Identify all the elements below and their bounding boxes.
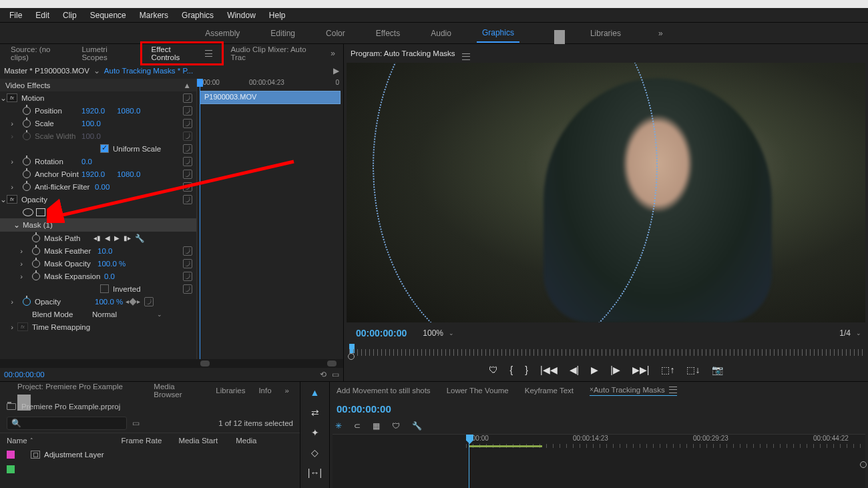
add-keyframe-icon[interactable] xyxy=(130,298,137,305)
toggle-icon[interactable]: ⟲ xyxy=(320,370,327,379)
menu-clip[interactable]: Clip xyxy=(56,11,83,20)
mask-opacity-value[interactable]: 100.0 % xyxy=(97,260,126,268)
slip-tool-icon[interactable]: |↔| xyxy=(308,467,322,478)
step-forward-icon[interactable]: |▶ xyxy=(610,364,620,375)
reset-icon[interactable] xyxy=(183,106,192,115)
next-keyframe-icon[interactable]: ▸ xyxy=(137,298,140,305)
sequence-menu-icon[interactable] xyxy=(669,387,677,393)
go-to-in-icon[interactable]: |◀◀ xyxy=(540,364,558,375)
reset-icon[interactable] xyxy=(183,144,192,154)
stopwatch-icon[interactable] xyxy=(32,260,40,268)
reset-icon[interactable] xyxy=(183,284,192,294)
track-backward-icon[interactable]: ◀ xyxy=(105,234,110,242)
timeline-timecode[interactable]: 00:00:00:00 xyxy=(337,403,391,415)
pen-mask-icon[interactable]: ✎ xyxy=(48,207,56,218)
reset-icon[interactable] xyxy=(183,170,192,179)
mask-item[interactable]: ⌄ Mask (1) xyxy=(0,218,196,232)
sequence-tab-lower-volume[interactable]: Lower The Voume xyxy=(447,387,509,395)
lift-icon[interactable]: ⬚↑ xyxy=(661,364,674,375)
fx-badge-icon[interactable]: fx xyxy=(7,195,17,204)
rectangle-mask-icon[interactable] xyxy=(36,208,45,216)
menu-edit[interactable]: Edit xyxy=(29,11,56,20)
stopwatch-icon[interactable] xyxy=(32,272,40,280)
stopwatch-icon[interactable] xyxy=(23,107,31,115)
label-swatch[interactable] xyxy=(7,451,15,459)
ripple-edit-tool-icon[interactable]: ✦ xyxy=(311,427,319,438)
tab-info[interactable]: Info xyxy=(252,384,278,397)
opacity-value[interactable]: 100.0 % xyxy=(95,298,123,306)
menu-graphics[interactable]: Graphics xyxy=(175,11,220,20)
settings-wrench-icon[interactable]: 🔧 xyxy=(412,421,422,431)
tab-media-browser[interactable]: Media Browser xyxy=(147,380,209,401)
menu-sequence[interactable]: Sequence xyxy=(83,11,133,20)
sequence-link[interactable]: Auto Tracking Masks * P... xyxy=(104,67,193,75)
play-only-icon[interactable]: ▶ xyxy=(333,66,339,75)
menu-file[interactable]: File xyxy=(3,11,29,20)
tracking-method-icon[interactable]: 🔧 xyxy=(135,234,144,243)
mark-out-icon[interactable]: } xyxy=(525,364,528,375)
scale-value[interactable]: 100.0 xyxy=(81,119,101,128)
reset-icon[interactable] xyxy=(183,246,192,256)
position-y-value[interactable]: 1080.0 xyxy=(117,107,140,115)
label-swatch[interactable] xyxy=(7,465,15,473)
extract-icon[interactable]: ⬚↓ xyxy=(686,364,700,375)
scrollbar-thumb[interactable] xyxy=(200,360,210,367)
play-icon[interactable]: ▶ xyxy=(591,364,598,375)
effect-current-timecode[interactable]: 00:00:00:00 xyxy=(4,371,45,379)
insert-overwrite-icon[interactable]: ▦ xyxy=(373,421,380,431)
stopwatch-icon[interactable] xyxy=(32,247,40,255)
reset-icon[interactable] xyxy=(183,182,192,192)
workspace-overflow-icon[interactable]: » xyxy=(653,25,668,42)
reset-icon[interactable] xyxy=(144,297,154,306)
project-row-adjustment-layer[interactable]: Adjustment Layer xyxy=(0,447,300,462)
chevron-down-icon[interactable]: ⌄ xyxy=(93,66,100,75)
timeline-body[interactable]: :00:00 00:00:14:23 00:00:29:23 00:00:44:… xyxy=(333,434,865,488)
sequence-tab-keyframe-text[interactable]: Keyframe Text xyxy=(525,387,574,395)
header-media-start[interactable]: Media Start xyxy=(178,437,236,445)
effect-opacity[interactable]: ⌄fx Opacity xyxy=(0,193,196,206)
project-overflow-icon[interactable]: » xyxy=(278,384,296,397)
program-timecode[interactable]: 00:00:00:00 xyxy=(356,328,407,338)
stopwatch-icon[interactable] xyxy=(23,170,31,178)
program-monitor[interactable] xyxy=(347,63,865,322)
step-back-icon[interactable]: ◀| xyxy=(570,364,580,375)
tab-libraries[interactable]: Libraries xyxy=(209,384,252,397)
effect-timeline-ruler[interactable]: :00:00 00:00:04:23 0 xyxy=(197,79,343,91)
stopwatch-icon[interactable] xyxy=(23,183,31,191)
menu-window[interactable]: Window xyxy=(220,11,262,20)
workspace-effects[interactable]: Effects xyxy=(371,25,405,42)
effect-timeline-clip[interactable]: P1900003.MOV xyxy=(200,91,341,104)
chevron-down-icon[interactable]: ⌄ xyxy=(157,311,162,318)
effect-scroll-horizontal[interactable] xyxy=(0,359,343,368)
stopwatch-icon[interactable] xyxy=(23,119,31,128)
collapse-icon[interactable]: ▲ xyxy=(184,81,191,89)
program-scrubber[interactable] xyxy=(347,344,865,358)
workspace-graphics[interactable]: Graphics xyxy=(477,24,519,43)
snap-icon[interactable]: ✳ xyxy=(335,421,342,431)
fx-badge-icon[interactable]: fx xyxy=(7,93,17,102)
sequence-tab-auto-tracking[interactable]: × Auto Tracking Masks xyxy=(590,386,677,396)
export-frame-icon[interactable]: 📷 xyxy=(712,364,723,375)
track-forward-one-icon[interactable]: ▮▸ xyxy=(124,234,131,242)
stopwatch-icon[interactable] xyxy=(32,234,40,242)
mark-in-icon[interactable]: { xyxy=(510,364,513,375)
workspace-editing[interactable]: Editing xyxy=(265,25,300,42)
uniform-scale-checkbox[interactable] xyxy=(100,144,109,153)
razor-tool-icon[interactable]: ◇ xyxy=(311,447,318,458)
mask-feather-value[interactable]: 10.0 xyxy=(97,247,112,255)
sequence-tab-add-movement[interactable]: Add Movement to still shots xyxy=(337,387,431,395)
reset-icon[interactable] xyxy=(183,157,192,166)
workspace-menu-icon[interactable] xyxy=(544,22,565,44)
header-name[interactable]: Name ˄ xyxy=(7,437,122,445)
effect-motion[interactable]: ⌄fx Motion xyxy=(0,91,196,104)
anchor-y-value[interactable]: 1080.0 xyxy=(117,170,140,178)
selection-tool-icon[interactable]: ▲ xyxy=(310,387,320,398)
ellipse-mask-icon[interactable] xyxy=(23,208,33,216)
tab-effect-controls[interactable]: Effect Controls xyxy=(140,41,224,65)
reset-icon[interactable] xyxy=(183,195,192,204)
track-back-one-icon[interactable]: ◂▮ xyxy=(93,234,101,242)
inverted-checkbox[interactable] xyxy=(100,284,109,293)
workspace-audio[interactable]: Audio xyxy=(425,25,457,42)
anchor-x-value[interactable]: 1920.0 xyxy=(81,170,105,178)
blend-mode-select[interactable]: Normal xyxy=(92,310,117,318)
